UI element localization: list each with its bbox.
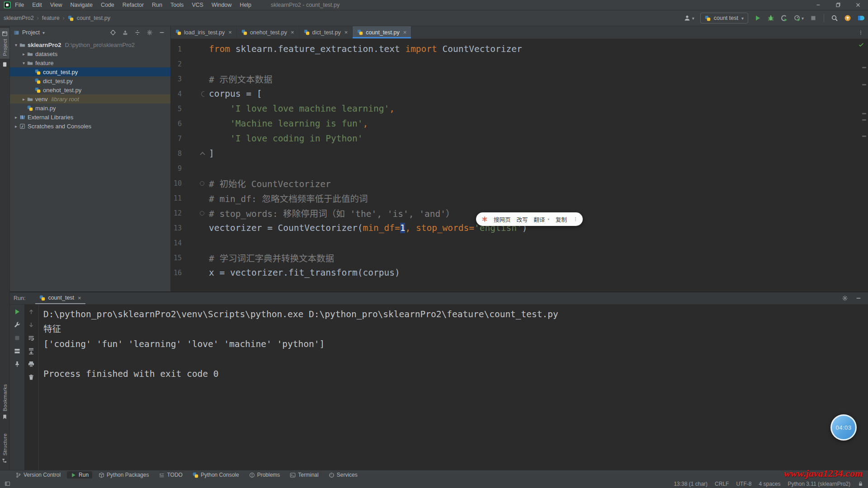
toolwindow-button-todo[interactable]: TODO <box>155 471 186 479</box>
pin-tab-icon[interactable] <box>14 361 21 368</box>
caret-down-icon[interactable]: ▾ <box>42 30 45 35</box>
print-icon[interactable] <box>28 361 35 368</box>
run-button[interactable] <box>754 14 761 22</box>
run-with-coverage-button[interactable] <box>780 14 788 22</box>
stop-icon[interactable] <box>14 334 21 342</box>
rerun-icon[interactable] <box>14 308 21 315</box>
status-segment[interactable]: CRLF <box>715 481 729 487</box>
run-settings-gear-icon[interactable] <box>842 295 848 301</box>
breadcrumb-item[interactable]: count_test.py <box>77 15 110 21</box>
maximize-button[interactable] <box>828 0 848 10</box>
tree-item-venv[interactable]: ▸venvlibrary root <box>10 94 170 103</box>
menu-file[interactable]: File <box>11 0 28 10</box>
popup-item-4[interactable]: 复制 <box>556 215 567 224</box>
menu-refactor[interactable]: Refactor <box>118 0 148 10</box>
stripe-item-commit[interactable] <box>0 59 9 70</box>
inspections-ok-icon[interactable] <box>858 42 864 48</box>
clear-all-icon[interactable] <box>28 374 35 381</box>
popup-item-2[interactable]: 改写 <box>517 215 528 224</box>
breadcrumb-item[interactable]: feature <box>42 15 60 21</box>
toolwindow-button-services[interactable]: Services <box>325 471 361 479</box>
toolwindow-button-python-packages[interactable]: Python Packages <box>95 471 152 479</box>
fold-marker-icon[interactable] <box>200 211 204 216</box>
select-opened-file-icon[interactable] <box>110 29 116 36</box>
close-button[interactable] <box>848 0 868 10</box>
editor-tab-count_test[interactable]: count_test.py× <box>353 26 411 38</box>
menu-edit[interactable]: Edit <box>28 0 46 10</box>
menu-vcs[interactable]: VCS <box>188 0 208 10</box>
menu-navigate[interactable]: Navigate <box>66 0 97 10</box>
close-tab-icon[interactable]: × <box>291 29 294 36</box>
tree-item-feature[interactable]: ▾feature <box>10 58 170 67</box>
profiler-button[interactable]: ▾ <box>793 14 804 22</box>
close-run-tab-icon[interactable]: × <box>78 295 81 301</box>
collapse-all-icon[interactable] <box>122 29 128 36</box>
toolwindow-button-version-control[interactable]: Version Control <box>12 471 64 479</box>
toolwindow-button-python-console[interactable]: Python Console <box>189 471 243 479</box>
popup-more-icon[interactable] <box>573 216 578 222</box>
tab-options-button[interactable] <box>854 26 868 38</box>
tree-item-onehot_test.py[interactable]: onehot_test.py <box>10 85 170 94</box>
editor-tab-load_iris_test[interactable]: load_iris_test.py× <box>171 26 237 38</box>
fold-marker-icon[interactable] <box>201 91 204 97</box>
panel-settings-icon[interactable] <box>146 29 153 36</box>
menu-code[interactable]: Code <box>97 0 118 10</box>
menu-tools[interactable]: Tools <box>166 0 188 10</box>
stripe-item-structure[interactable]: Structure <box>0 431 9 466</box>
tree-item-dict_test.py[interactable]: dict_test.py <box>10 76 170 85</box>
editor-tab-onehot_test[interactable]: onehot_test.py× <box>237 26 299 38</box>
close-tab-icon[interactable]: × <box>228 29 232 36</box>
edit-configuration-icon[interactable] <box>14 321 21 328</box>
user-menu[interactable]: ▾ <box>684 14 694 22</box>
tree-chevron-icon[interactable]: ▸ <box>20 52 27 56</box>
menu-help[interactable]: Help <box>236 0 255 10</box>
fold-marker-icon[interactable] <box>200 181 204 186</box>
tree-chevron-icon[interactable]: ▸ <box>13 115 19 120</box>
stripe-item-project[interactable]: Project <box>0 28 9 59</box>
toolwindow-button-problems[interactable]: Problems <box>245 471 284 479</box>
tree-item-Scratches-and-Consoles[interactable]: ▸Scratches and Consoles <box>10 122 170 131</box>
translate-logo-icon[interactable] <box>481 216 488 222</box>
search-everywhere-icon[interactable] <box>831 14 838 22</box>
tree-item-sklearnPro2[interactable]: ▾sklearnPro2D:\python_pro\sklearnPro2 <box>10 40 170 49</box>
ide-promo-icon[interactable] <box>857 14 864 22</box>
next-occurrence-icon[interactable] <box>28 321 35 328</box>
run-configuration-selector[interactable]: count test ▾ <box>700 13 748 23</box>
restore-layout-icon[interactable] <box>14 347 21 355</box>
stop-button[interactable] <box>810 14 817 22</box>
status-segment[interactable]: UTF-8 <box>736 481 751 487</box>
tree-chevron-icon[interactable]: ▸ <box>20 97 27 102</box>
stripe-item-bookmarks[interactable]: Bookmarks <box>0 381 9 422</box>
minimize-button[interactable] <box>808 0 828 10</box>
tree-item-main.py[interactable]: main.py <box>10 103 170 113</box>
tree-item-count_test.py[interactable]: count_test.py <box>10 67 170 76</box>
status-segment[interactable]: 13:38 (1 char) <box>674 481 708 487</box>
tree-chevron-icon[interactable]: ▾ <box>13 42 19 47</box>
editor-tab-dict_test[interactable]: dict_test.py× <box>299 26 353 38</box>
window-layout-icon[interactable] <box>5 481 10 487</box>
run-tab-count-test[interactable]: count_test × <box>35 292 85 304</box>
console-output[interactable]: D:\python_pro\sklearnPro2\venv\Scripts\p… <box>39 305 868 470</box>
tree-item-External-Libraries[interactable]: ▸External Libraries <box>10 113 170 122</box>
project-panel-title[interactable]: Project <box>22 29 40 36</box>
status-segment[interactable]: Python 3.11 (sklearnPro2) <box>788 481 850 487</box>
tree-item-datasets[interactable]: ▸datasets <box>10 49 170 58</box>
hide-panel-icon[interactable] <box>159 29 165 36</box>
menu-run[interactable]: Run <box>148 0 166 10</box>
breadcrumb-item[interactable]: sklearnPro2 <box>4 15 34 21</box>
expand-options-icon[interactable] <box>134 29 141 36</box>
prev-occurrence-icon[interactable] <box>28 308 35 315</box>
status-segment[interactable]: 4 spaces <box>759 481 780 487</box>
update-notification-icon[interactable] <box>844 14 851 22</box>
scroll-to-end-icon[interactable] <box>28 347 35 355</box>
soft-wrap-icon[interactable] <box>28 334 35 342</box>
code-editor[interactable]: 1from sklearn.feature_extraction.text im… <box>171 39 868 291</box>
popup-item-1[interactable]: 搜网页 <box>494 215 511 224</box>
tree-chevron-icon[interactable]: ▸ <box>13 124 19 129</box>
menu-window[interactable]: Window <box>208 0 236 10</box>
hide-panel-icon[interactable] <box>855 295 862 301</box>
debug-button[interactable] <box>767 14 774 22</box>
popup-item-3[interactable]: 翻译 <box>534 215 545 224</box>
close-tab-icon[interactable]: × <box>344 29 348 36</box>
tree-chevron-icon[interactable]: ▾ <box>20 61 27 66</box>
